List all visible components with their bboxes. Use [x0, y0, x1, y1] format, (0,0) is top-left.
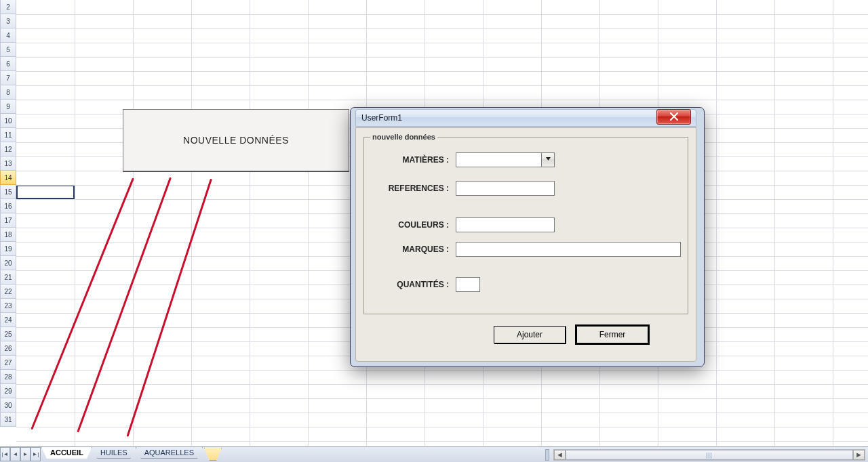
sheet-tab-aquarelles[interactable]: AQUARELLES — [136, 447, 203, 459]
nav-last-button[interactable]: ►| — [31, 447, 41, 461]
row-header[interactable]: 2 — [0, 0, 16, 14]
label-matieres: MATIÈRES : — [371, 155, 449, 165]
hscroll-right-button[interactable]: ► — [853, 450, 865, 460]
row-header[interactable]: 19 — [0, 242, 16, 256]
userform-body: nouvelle données MATIÈRES : REFERENCES :… — [355, 127, 696, 362]
new-sheet-button[interactable] — [204, 448, 222, 461]
input-quantites[interactable] — [456, 277, 480, 292]
combo-matieres-dropdown-button[interactable] — [541, 153, 554, 167]
groupbox-nouvelle-donnees: nouvelle données MATIÈRES : REFERENCES :… — [363, 137, 688, 314]
row-header[interactable]: 25 — [0, 327, 16, 341]
userform-titlebar[interactable]: UserForm1 — [355, 109, 696, 127]
row-header[interactable]: 26 — [0, 341, 16, 356]
row-header[interactable]: 6 — [0, 57, 16, 71]
sheet-tabs: ACCUEILHUILESAQUARELLES — [42, 447, 203, 462]
sheet-tab-bar: |◄ ◄ ► ►| ACCUEILHUILESAQUARELLES ◄ ► — [0, 446, 868, 462]
row-header[interactable]: 16 — [0, 199, 16, 213]
close-icon — [669, 112, 679, 120]
userform-title: UserForm1 — [361, 113, 402, 123]
row-header-gutter[interactable]: 2345678910111213141516171819202122232425… — [0, 0, 16, 427]
sheet-tab-nav: |◄ ◄ ► ►| — [0, 447, 41, 462]
row-header[interactable]: 20 — [0, 256, 16, 270]
row-header[interactable]: 23 — [0, 299, 16, 313]
row-header[interactable]: 11 — [0, 128, 16, 142]
row-header[interactable]: 7 — [0, 71, 16, 85]
row-header[interactable]: 22 — [0, 285, 16, 299]
row-header[interactable]: 9 — [0, 100, 16, 114]
row-header[interactable]: 13 — [0, 156, 16, 171]
row-header[interactable]: 24 — [0, 313, 16, 327]
groupbox-legend: nouvelle données — [370, 133, 437, 141]
label-marques: MARQUES : — [371, 245, 449, 254]
nav-prev-button[interactable]: ◄ — [10, 447, 20, 461]
label-references: REFERENCES : — [371, 184, 449, 193]
row-header[interactable]: 17 — [0, 213, 16, 228]
row-header[interactable]: 21 — [0, 270, 16, 285]
tab-scroll-splitter[interactable] — [545, 449, 549, 461]
input-references[interactable] — [456, 181, 555, 196]
chevron-down-icon — [545, 155, 551, 163]
row-header[interactable]: 27 — [0, 356, 16, 370]
sheet-tab-accueil[interactable]: ACCUEIL — [41, 447, 92, 459]
fermer-button[interactable]: Fermer — [576, 326, 648, 343]
hscroll-grip-icon — [707, 453, 712, 459]
horizontal-scrollbar[interactable]: ◄ ► — [553, 449, 865, 461]
row-header[interactable]: 8 — [0, 85, 16, 100]
row-header[interactable]: 5 — [0, 43, 16, 57]
combo-matieres[interactable] — [456, 152, 555, 167]
nav-next-button[interactable]: ► — [20, 447, 31, 461]
sheet-tab-huiles[interactable]: HUILES — [92, 447, 136, 459]
active-cell-indicator — [16, 185, 75, 199]
row-header[interactable]: 31 — [0, 413, 16, 427]
ajouter-button[interactable]: Ajouter — [494, 326, 566, 343]
nouvelle-donnees-button[interactable]: NOUVELLE DONNÉES — [123, 109, 349, 172]
row-header[interactable]: 29 — [0, 384, 16, 398]
nav-first-button[interactable]: |◄ — [0, 447, 10, 461]
label-quantites: QUANTITÉS : — [371, 280, 449, 289]
input-marques[interactable] — [456, 242, 681, 257]
row-header[interactable]: 3 — [0, 14, 16, 28]
hscroll-left-button[interactable]: ◄ — [554, 450, 566, 460]
row-header[interactable]: 15 — [0, 185, 16, 199]
row-header[interactable]: 30 — [0, 398, 16, 413]
row-header[interactable]: 14 — [0, 171, 16, 185]
input-couleurs[interactable] — [456, 217, 555, 232]
row-header[interactable]: 10 — [0, 114, 16, 128]
close-button[interactable] — [656, 109, 691, 125]
row-header[interactable]: 12 — [0, 142, 16, 156]
row-header[interactable]: 28 — [0, 370, 16, 384]
row-header[interactable]: 4 — [0, 28, 16, 43]
hscroll-thumb[interactable] — [566, 450, 853, 460]
label-couleurs: COULEURS : — [371, 220, 449, 230]
row-header[interactable]: 18 — [0, 228, 16, 242]
